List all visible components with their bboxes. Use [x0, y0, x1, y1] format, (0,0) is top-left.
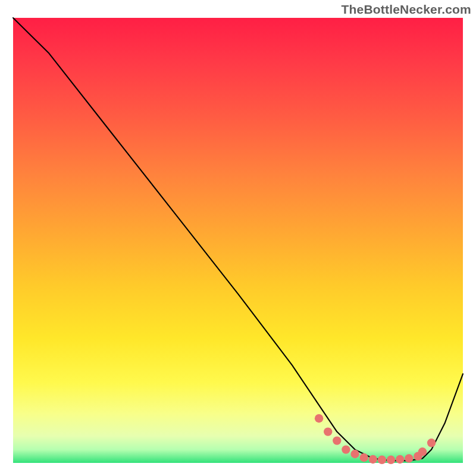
marker-dot: [369, 455, 377, 464]
marker-dot: [342, 445, 350, 453]
marker-dot: [378, 456, 386, 464]
marker-dot: [405, 454, 413, 462]
chart-svg: [0, 0, 476, 476]
marker-dot: [315, 414, 323, 422]
marker-dot: [324, 427, 332, 436]
marker-dot: [350, 450, 359, 458]
marker-dot: [333, 436, 341, 444]
marker-dot: [418, 447, 427, 456]
plot-background: [13, 18, 463, 463]
watermark-text: TheBottleNecker.com: [341, 2, 471, 17]
marker-dot: [396, 455, 404, 464]
marker-dot: [387, 456, 395, 464]
marker-dot: [360, 453, 368, 462]
chart-container: TheBottleNecker.com: [0, 0, 476, 476]
marker-dot: [427, 439, 436, 447]
